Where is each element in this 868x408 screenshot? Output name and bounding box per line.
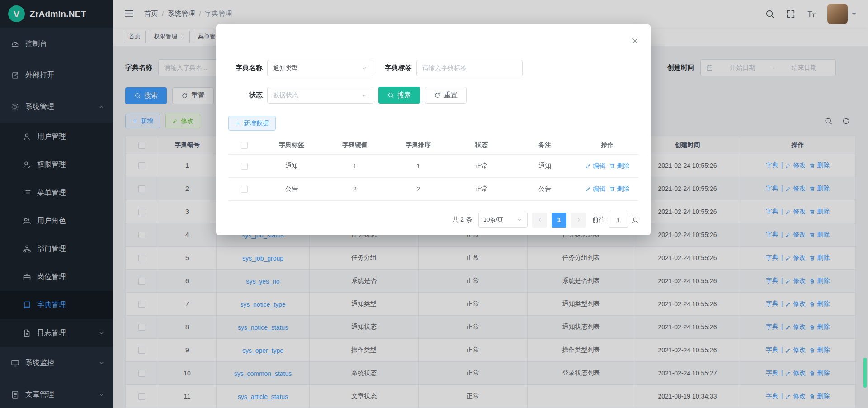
- dict-name-select[interactable]: 通知类型: [267, 60, 373, 76]
- dict-data-table: 字典标签字典键值字典排序状态备注操作通知11正常通知编辑删除公告22正常公告编辑…: [228, 136, 638, 201]
- delete-link[interactable]: 删除: [609, 162, 630, 170]
- dict-label-input[interactable]: 请输入字典标签: [416, 60, 523, 76]
- dict-label-cell: 公告: [260, 177, 323, 200]
- dict-label-placeholder: 请输入字典标签: [422, 64, 467, 72]
- total-count: 共 2 条: [452, 216, 472, 224]
- dialog-body: 字典名称 通知类型 字典标签 请输入字典标签 状态 数据状态 搜索 重置: [216, 24, 651, 228]
- dict-value-cell: 1: [323, 154, 387, 177]
- dialog-dict-name-label: 字典名称: [228, 64, 263, 72]
- column-header: 操作: [576, 136, 638, 154]
- prev-page-button[interactable]: [532, 213, 547, 228]
- dialog-reset-button[interactable]: 重置: [425, 87, 467, 104]
- column-header: 字典键值: [323, 136, 387, 154]
- dict-sort-cell: 2: [387, 177, 450, 200]
- goto-label: 前往: [592, 216, 605, 224]
- dict-label-cell: 通知: [260, 154, 323, 177]
- page-unit-label: 页: [632, 216, 638, 224]
- dialog-filter-row-1: 字典名称 通知类型 字典标签 请输入字典标签: [228, 60, 638, 76]
- remark-cell: 公告: [513, 177, 576, 200]
- chevron-left-icon: [537, 217, 543, 223]
- dialog-dict-label-label: 字典标签: [373, 64, 412, 72]
- pagination: 共 2 条 10条/页 1 前往 1 页: [228, 213, 638, 228]
- add-data-button[interactable]: 新增数据: [228, 116, 276, 131]
- page-size-value: 10条/页: [483, 216, 503, 224]
- chevron-down-icon: [516, 217, 523, 223]
- column-header: 状态: [450, 136, 513, 154]
- status-placeholder: 数据状态: [273, 91, 298, 100]
- pencil-icon: [585, 186, 591, 192]
- goto-page-input[interactable]: 1: [609, 213, 628, 228]
- dict-sort-cell: 1: [387, 154, 450, 177]
- chevron-down-icon: [361, 65, 368, 71]
- dict-value-cell: 2: [323, 177, 387, 200]
- dict-name-value: 通知类型: [273, 64, 298, 72]
- column-header: 字典标签: [260, 136, 323, 154]
- select-all-checkbox[interactable]: [241, 142, 248, 149]
- table-row: 通知11正常通知编辑删除: [228, 154, 638, 177]
- trash-icon: [609, 186, 615, 192]
- dialog-filter-row-2: 状态 数据状态 搜索 重置: [228, 87, 638, 104]
- column-header: 字典排序: [387, 136, 450, 154]
- trash-icon: [609, 163, 615, 169]
- dialog-search-button[interactable]: 搜索: [378, 87, 420, 104]
- remark-cell: 通知: [513, 154, 576, 177]
- status-cell: 正常: [450, 154, 513, 177]
- status-select[interactable]: 数据状态: [267, 87, 373, 104]
- status-cell: 正常: [450, 177, 513, 200]
- page-size-select[interactable]: 10条/页: [478, 213, 528, 228]
- delete-link[interactable]: 删除: [609, 185, 630, 193]
- pencil-icon: [585, 163, 591, 169]
- chevron-down-icon: [361, 92, 368, 99]
- row-checkbox[interactable]: [241, 163, 248, 170]
- table-row: 公告22正常公告编辑删除: [228, 177, 638, 200]
- close-icon[interactable]: [631, 37, 639, 45]
- page-1-button[interactable]: 1: [552, 213, 566, 228]
- goto-page-value: 1: [617, 216, 620, 223]
- scrollbar-thumb[interactable]: [863, 358, 867, 388]
- column-header: 备注: [513, 136, 576, 154]
- dict-data-dialog: 字典名称 通知类型 字典标签 请输入字典标签 状态 数据状态 搜索 重置: [216, 24, 651, 235]
- edit-link[interactable]: 编辑: [585, 185, 606, 193]
- search-icon: [387, 92, 394, 99]
- row-checkbox[interactable]: [241, 186, 248, 193]
- edit-link[interactable]: 编辑: [585, 162, 606, 170]
- chevron-right-icon: [576, 217, 582, 223]
- refresh-icon: [434, 92, 441, 99]
- plus-icon: [235, 120, 241, 126]
- dialog-status-label: 状态: [228, 91, 263, 100]
- next-page-button[interactable]: [571, 213, 586, 228]
